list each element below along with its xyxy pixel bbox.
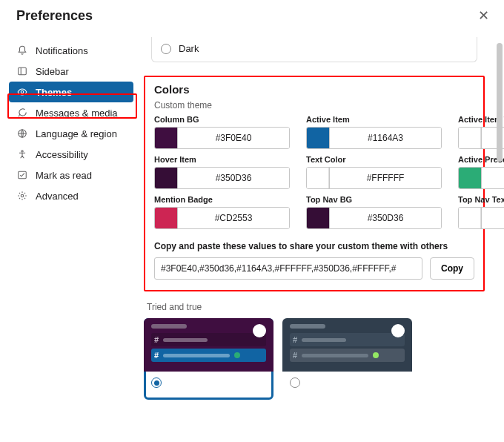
color-input[interactable]	[329, 168, 441, 188]
color-swatch[interactable]	[155, 128, 177, 148]
bell-icon	[16, 45, 28, 56]
field-label: Mention Badge	[154, 195, 290, 204]
sidebar-item-themes[interactable]: Themes	[9, 82, 133, 102]
sidebar-item-label: Advanced	[36, 191, 79, 202]
colors-section: Colors Custom theme Column BG Active Ite…	[144, 76, 485, 291]
sidebar-item-label: Themes	[36, 87, 72, 98]
appearance-dark-label: Dark	[179, 43, 199, 54]
field-label: Text Color	[306, 155, 442, 164]
field-label: Hover Item	[154, 155, 290, 164]
field-label: Top Nav Text	[458, 195, 504, 204]
radio-icon[interactable]	[151, 377, 162, 388]
sidebar-item-label: Notifications	[36, 45, 88, 56]
sidebar-item-messages[interactable]: Messages & media	[9, 102, 133, 123]
page-title: Preferences	[16, 8, 93, 24]
color-swatch[interactable]	[155, 168, 177, 188]
color-swatch[interactable]	[307, 208, 329, 228]
color-swatch[interactable]	[307, 128, 329, 148]
field-text-color: Text Color	[306, 155, 442, 189]
color-swatch[interactable]	[155, 208, 177, 228]
copy-button[interactable]: Copy	[430, 257, 474, 280]
sidebar-item-sidebar[interactable]: Sidebar	[9, 61, 133, 82]
main-panel: Dark Colors Custom theme Column BG Activ…	[133, 37, 504, 442]
radio-icon[interactable]	[161, 44, 171, 54]
sidebar-item-label: Accessibility	[36, 149, 88, 160]
field-column-bg: Column BG	[154, 115, 290, 149]
sidebar-item-markasread[interactable]: Mark as read	[9, 165, 133, 185]
panel-icon	[16, 66, 28, 76]
sidebar-item-label: Messages & media	[36, 108, 118, 119]
sidebar-item-language[interactable]: Language & region	[9, 123, 133, 144]
sidebar-item-advanced[interactable]: Advanced	[9, 185, 133, 206]
share-theme-input[interactable]	[154, 257, 422, 280]
svg-point-3	[21, 151, 23, 152]
color-input[interactable]	[329, 128, 441, 148]
sidebar-item-label: Mark as read	[36, 170, 92, 181]
color-input[interactable]	[329, 208, 441, 228]
color-swatch[interactable]	[459, 168, 481, 188]
field-label: Column BG	[154, 115, 290, 124]
field-top-nav-text: Top Nav Text	[458, 195, 504, 229]
color-input[interactable]	[177, 208, 289, 228]
sidebar-item-notifications[interactable]: Notifications	[9, 40, 133, 61]
presets-heading: Tried and true	[147, 302, 491, 312]
colors-subheading: Custom theme	[154, 100, 474, 110]
field-label: Active Item	[306, 115, 442, 124]
field-top-nav-bg: Top Nav BG	[306, 195, 442, 229]
appearance-dark-option[interactable]: Dark	[151, 37, 477, 62]
svg-rect-0	[19, 67, 27, 74]
field-label: Top Nav BG	[306, 195, 442, 204]
sidebar-item-accessibility[interactable]: Accessibility	[9, 144, 133, 165]
eye-icon	[16, 87, 28, 97]
color-swatch[interactable]	[459, 208, 481, 228]
field-mention-badge: Mention Badge	[154, 195, 290, 229]
presence-dot-icon	[391, 324, 405, 337]
close-icon[interactable]: ✕	[478, 7, 489, 24]
radio-icon[interactable]	[290, 377, 300, 388]
field-active-item: Active Item	[306, 115, 442, 149]
presence-dot-icon	[253, 324, 266, 337]
color-swatch[interactable]	[459, 128, 481, 148]
accessibility-icon	[16, 149, 28, 159]
color-input[interactable]	[481, 168, 504, 188]
svg-point-1	[21, 90, 24, 93]
check-icon	[16, 170, 28, 180]
sidebar: Notifications Sidebar Themes Messages & …	[0, 37, 133, 442]
theme-preset-dark[interactable]: # #	[282, 318, 412, 400]
chat-icon	[16, 108, 28, 118]
colors-heading: Colors	[154, 83, 474, 96]
color-input[interactable]	[177, 168, 289, 188]
theme-preset-aubergine[interactable]: # #	[144, 318, 273, 400]
sidebar-item-label: Language & region	[36, 128, 117, 139]
color-swatch[interactable]	[307, 168, 329, 188]
scrollbar-thumb[interactable]	[497, 43, 503, 162]
field-hover-item: Hover Item	[154, 155, 290, 189]
gear-icon	[16, 191, 28, 201]
color-input[interactable]	[481, 208, 504, 228]
color-input[interactable]	[177, 128, 289, 148]
globe-icon	[16, 128, 28, 139]
share-label: Copy and paste these values to share you…	[154, 241, 474, 251]
svg-point-5	[21, 194, 24, 197]
sidebar-item-label: Sidebar	[36, 66, 69, 77]
